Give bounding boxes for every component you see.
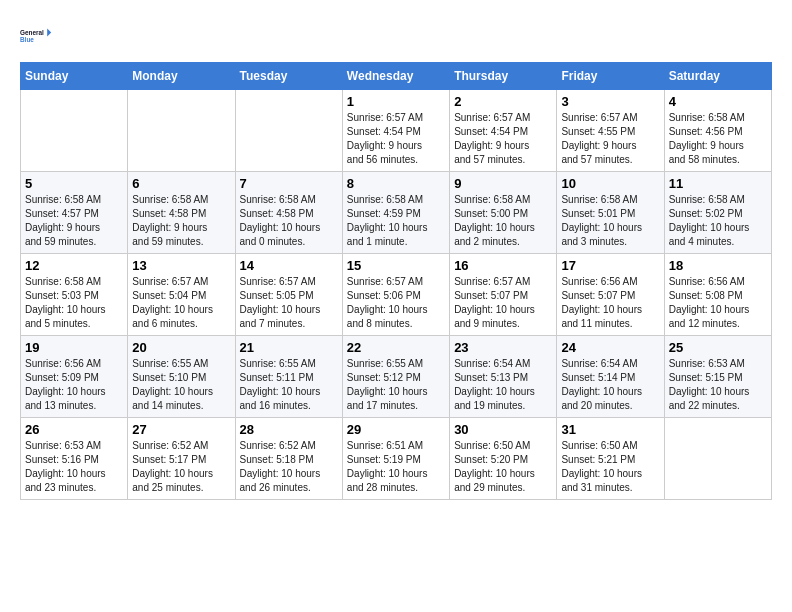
calendar-cell: 10Sunrise: 6:58 AM Sunset: 5:01 PM Dayli… [557, 172, 664, 254]
day-number: 1 [347, 94, 445, 109]
day-info: Sunrise: 6:54 AM Sunset: 5:13 PM Dayligh… [454, 357, 552, 413]
day-number: 2 [454, 94, 552, 109]
week-row-3: 19Sunrise: 6:56 AM Sunset: 5:09 PM Dayli… [21, 336, 772, 418]
day-number: 11 [669, 176, 767, 191]
day-info: Sunrise: 6:57 AM Sunset: 5:04 PM Dayligh… [132, 275, 230, 331]
day-header-tuesday: Tuesday [235, 63, 342, 90]
day-number: 19 [25, 340, 123, 355]
day-number: 10 [561, 176, 659, 191]
calendar-cell: 28Sunrise: 6:52 AM Sunset: 5:18 PM Dayli… [235, 418, 342, 500]
calendar-cell: 24Sunrise: 6:54 AM Sunset: 5:14 PM Dayli… [557, 336, 664, 418]
calendar-cell: 20Sunrise: 6:55 AM Sunset: 5:10 PM Dayli… [128, 336, 235, 418]
week-row-1: 5Sunrise: 6:58 AM Sunset: 4:57 PM Daylig… [21, 172, 772, 254]
day-header-friday: Friday [557, 63, 664, 90]
day-info: Sunrise: 6:50 AM Sunset: 5:21 PM Dayligh… [561, 439, 659, 495]
day-number: 21 [240, 340, 338, 355]
day-info: Sunrise: 6:56 AM Sunset: 5:07 PM Dayligh… [561, 275, 659, 331]
day-number: 3 [561, 94, 659, 109]
day-info: Sunrise: 6:50 AM Sunset: 5:20 PM Dayligh… [454, 439, 552, 495]
day-number: 5 [25, 176, 123, 191]
logo: GeneralBlue [20, 20, 52, 52]
day-number: 4 [669, 94, 767, 109]
day-info: Sunrise: 6:53 AM Sunset: 5:16 PM Dayligh… [25, 439, 123, 495]
calendar-cell: 23Sunrise: 6:54 AM Sunset: 5:13 PM Dayli… [450, 336, 557, 418]
calendar-cell: 31Sunrise: 6:50 AM Sunset: 5:21 PM Dayli… [557, 418, 664, 500]
calendar-cell: 18Sunrise: 6:56 AM Sunset: 5:08 PM Dayli… [664, 254, 771, 336]
day-info: Sunrise: 6:57 AM Sunset: 5:07 PM Dayligh… [454, 275, 552, 331]
calendar-cell [235, 90, 342, 172]
week-row-2: 12Sunrise: 6:58 AM Sunset: 5:03 PM Dayli… [21, 254, 772, 336]
calendar-cell: 27Sunrise: 6:52 AM Sunset: 5:17 PM Dayli… [128, 418, 235, 500]
day-info: Sunrise: 6:57 AM Sunset: 4:55 PM Dayligh… [561, 111, 659, 167]
day-number: 7 [240, 176, 338, 191]
page-header: GeneralBlue [20, 20, 772, 52]
day-number: 6 [132, 176, 230, 191]
day-info: Sunrise: 6:58 AM Sunset: 4:58 PM Dayligh… [240, 193, 338, 249]
calendar-cell: 2Sunrise: 6:57 AM Sunset: 4:54 PM Daylig… [450, 90, 557, 172]
day-info: Sunrise: 6:57 AM Sunset: 4:54 PM Dayligh… [347, 111, 445, 167]
day-number: 20 [132, 340, 230, 355]
calendar-cell: 6Sunrise: 6:58 AM Sunset: 4:58 PM Daylig… [128, 172, 235, 254]
calendar-cell: 15Sunrise: 6:57 AM Sunset: 5:06 PM Dayli… [342, 254, 449, 336]
header-row: SundayMondayTuesdayWednesdayThursdayFrid… [21, 63, 772, 90]
day-info: Sunrise: 6:58 AM Sunset: 5:00 PM Dayligh… [454, 193, 552, 249]
day-info: Sunrise: 6:51 AM Sunset: 5:19 PM Dayligh… [347, 439, 445, 495]
day-info: Sunrise: 6:58 AM Sunset: 5:02 PM Dayligh… [669, 193, 767, 249]
day-info: Sunrise: 6:58 AM Sunset: 4:56 PM Dayligh… [669, 111, 767, 167]
day-header-saturday: Saturday [664, 63, 771, 90]
day-number: 25 [669, 340, 767, 355]
day-info: Sunrise: 6:52 AM Sunset: 5:17 PM Dayligh… [132, 439, 230, 495]
calendar-cell: 26Sunrise: 6:53 AM Sunset: 5:16 PM Dayli… [21, 418, 128, 500]
calendar-cell: 3Sunrise: 6:57 AM Sunset: 4:55 PM Daylig… [557, 90, 664, 172]
calendar-cell: 11Sunrise: 6:58 AM Sunset: 5:02 PM Dayli… [664, 172, 771, 254]
day-number: 13 [132, 258, 230, 273]
logo-icon: GeneralBlue [20, 20, 52, 52]
calendar-cell: 8Sunrise: 6:58 AM Sunset: 4:59 PM Daylig… [342, 172, 449, 254]
svg-text:Blue: Blue [20, 36, 34, 43]
week-row-4: 26Sunrise: 6:53 AM Sunset: 5:16 PM Dayli… [21, 418, 772, 500]
calendar-cell: 19Sunrise: 6:56 AM Sunset: 5:09 PM Dayli… [21, 336, 128, 418]
day-number: 17 [561, 258, 659, 273]
day-info: Sunrise: 6:56 AM Sunset: 5:08 PM Dayligh… [669, 275, 767, 331]
calendar-cell: 29Sunrise: 6:51 AM Sunset: 5:19 PM Dayli… [342, 418, 449, 500]
calendar-cell: 30Sunrise: 6:50 AM Sunset: 5:20 PM Dayli… [450, 418, 557, 500]
day-number: 18 [669, 258, 767, 273]
calendar-cell: 13Sunrise: 6:57 AM Sunset: 5:04 PM Dayli… [128, 254, 235, 336]
day-info: Sunrise: 6:58 AM Sunset: 5:03 PM Dayligh… [25, 275, 123, 331]
day-info: Sunrise: 6:55 AM Sunset: 5:10 PM Dayligh… [132, 357, 230, 413]
day-info: Sunrise: 6:54 AM Sunset: 5:14 PM Dayligh… [561, 357, 659, 413]
calendar-cell: 21Sunrise: 6:55 AM Sunset: 5:11 PM Dayli… [235, 336, 342, 418]
calendar-cell: 22Sunrise: 6:55 AM Sunset: 5:12 PM Dayli… [342, 336, 449, 418]
calendar-cell: 1Sunrise: 6:57 AM Sunset: 4:54 PM Daylig… [342, 90, 449, 172]
calendar-cell [21, 90, 128, 172]
day-number: 27 [132, 422, 230, 437]
day-number: 30 [454, 422, 552, 437]
day-info: Sunrise: 6:57 AM Sunset: 5:06 PM Dayligh… [347, 275, 445, 331]
day-number: 24 [561, 340, 659, 355]
day-header-wednesday: Wednesday [342, 63, 449, 90]
calendar-cell: 16Sunrise: 6:57 AM Sunset: 5:07 PM Dayli… [450, 254, 557, 336]
day-number: 22 [347, 340, 445, 355]
svg-text:General: General [20, 29, 44, 36]
calendar-cell [128, 90, 235, 172]
day-number: 12 [25, 258, 123, 273]
day-info: Sunrise: 6:58 AM Sunset: 5:01 PM Dayligh… [561, 193, 659, 249]
day-info: Sunrise: 6:58 AM Sunset: 4:57 PM Dayligh… [25, 193, 123, 249]
calendar-cell: 5Sunrise: 6:58 AM Sunset: 4:57 PM Daylig… [21, 172, 128, 254]
calendar-cell: 4Sunrise: 6:58 AM Sunset: 4:56 PM Daylig… [664, 90, 771, 172]
day-info: Sunrise: 6:55 AM Sunset: 5:12 PM Dayligh… [347, 357, 445, 413]
calendar-table: SundayMondayTuesdayWednesdayThursdayFrid… [20, 62, 772, 500]
day-info: Sunrise: 6:56 AM Sunset: 5:09 PM Dayligh… [25, 357, 123, 413]
day-number: 15 [347, 258, 445, 273]
week-row-0: 1Sunrise: 6:57 AM Sunset: 4:54 PM Daylig… [21, 90, 772, 172]
day-header-sunday: Sunday [21, 63, 128, 90]
day-info: Sunrise: 6:52 AM Sunset: 5:18 PM Dayligh… [240, 439, 338, 495]
day-number: 26 [25, 422, 123, 437]
calendar-cell: 25Sunrise: 6:53 AM Sunset: 5:15 PM Dayli… [664, 336, 771, 418]
calendar-cell [664, 418, 771, 500]
day-info: Sunrise: 6:55 AM Sunset: 5:11 PM Dayligh… [240, 357, 338, 413]
day-number: 14 [240, 258, 338, 273]
day-number: 23 [454, 340, 552, 355]
day-info: Sunrise: 6:57 AM Sunset: 4:54 PM Dayligh… [454, 111, 552, 167]
day-info: Sunrise: 6:58 AM Sunset: 4:59 PM Dayligh… [347, 193, 445, 249]
